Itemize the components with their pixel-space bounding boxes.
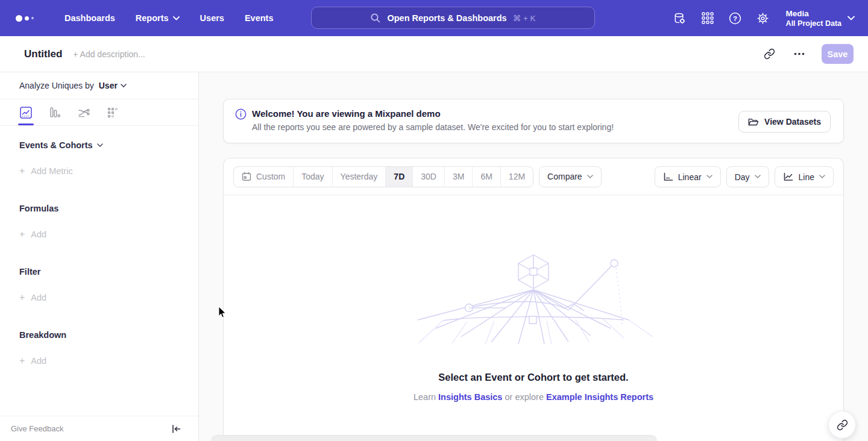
project-name: Media bbox=[786, 8, 841, 19]
section-formulas: Formulas bbox=[19, 204, 198, 213]
empty-chart-area: Select an Event or Cohort to get started… bbox=[224, 195, 843, 441]
collapse-sidebar-icon[interactable] bbox=[168, 421, 184, 437]
section-filter: Filter bbox=[19, 267, 198, 277]
tab-bar-chart-icon[interactable] bbox=[47, 99, 63, 125]
apps-grid-icon[interactable] bbox=[700, 11, 715, 25]
settings-gear-icon[interactable] bbox=[756, 11, 770, 25]
plus-icon: + bbox=[19, 166, 25, 176]
svg-text:?: ? bbox=[733, 14, 737, 22]
report-header: Untitled + Add description... Save bbox=[0, 36, 868, 72]
more-options-icon[interactable] bbox=[791, 46, 807, 62]
scale-selector[interactable]: Linear bbox=[655, 166, 721, 187]
nav-items: Dashboards Reports Users Events bbox=[54, 0, 283, 36]
date-range-segmented-control: Custom Today Yesterday 7D 30D 3M 6M 12M bbox=[233, 166, 533, 187]
search-icon bbox=[370, 13, 381, 23]
query-builder-sidebar: Analyze Uniques by User Events & Cohorts… bbox=[0, 72, 199, 441]
analyze-row: Analyze Uniques by User bbox=[0, 72, 198, 99]
nav-item-events[interactable]: Events bbox=[234, 0, 284, 36]
nav-item-users[interactable]: Users bbox=[190, 0, 234, 36]
range-30d-button[interactable]: 30D bbox=[412, 167, 444, 187]
help-icon[interactable]: ? bbox=[728, 11, 743, 25]
info-icon bbox=[235, 108, 247, 120]
global-search[interactable]: Open Reports & Dashboards ⌘ + K bbox=[311, 7, 595, 29]
plus-icon: + bbox=[19, 293, 25, 302]
view-datasets-button[interactable]: View Datasets bbox=[738, 111, 831, 133]
chevron-down-icon bbox=[848, 16, 855, 20]
empty-state-subtitle: Learn Insights Basics or explore Example… bbox=[224, 392, 843, 402]
chevron-down-icon bbox=[173, 16, 180, 20]
compare-button[interactable]: Compare bbox=[539, 166, 602, 187]
banner-body: All the reports you see are powered by a… bbox=[252, 122, 614, 132]
range-6m-button[interactable]: 6M bbox=[472, 167, 500, 187]
folder-icon bbox=[748, 117, 759, 127]
tab-metric-icon[interactable] bbox=[105, 99, 121, 125]
section-breakdown: Breakdown bbox=[19, 330, 198, 340]
add-formula-button[interactable]: + Add bbox=[19, 230, 198, 239]
top-nav: Dashboards Reports Users Events Open Rep… bbox=[0, 0, 868, 36]
example-insights-reports-link[interactable]: Example Insights Reports bbox=[546, 392, 653, 402]
main-content: Welcome! You are viewing a Mixpanel demo… bbox=[199, 72, 868, 441]
chevron-down-icon bbox=[587, 175, 593, 179]
empty-state-illustration bbox=[407, 252, 660, 346]
plus-icon: + bbox=[19, 356, 25, 366]
nav-item-reports[interactable]: Reports bbox=[125, 0, 190, 36]
analyze-prefix: Analyze Uniques by bbox=[19, 81, 94, 90]
data-management-icon[interactable] bbox=[673, 11, 687, 25]
chevron-down-icon bbox=[819, 175, 825, 179]
range-today-button[interactable]: Today bbox=[293, 167, 332, 187]
range-12m-button[interactable]: 12M bbox=[500, 167, 533, 187]
range-7d-button[interactable]: 7D bbox=[385, 167, 412, 187]
share-link-fab[interactable] bbox=[828, 411, 856, 439]
banner-title: Welcome! You are viewing a Mixpanel demo bbox=[252, 108, 441, 119]
analyze-unit-selector[interactable]: User bbox=[99, 81, 127, 90]
range-custom-button[interactable]: Custom bbox=[234, 167, 293, 187]
mixpanel-logo[interactable] bbox=[16, 15, 40, 22]
add-metric-button[interactable]: + Add Metric bbox=[19, 166, 198, 176]
give-feedback-link[interactable]: Give Feedback bbox=[11, 424, 63, 433]
axis-icon bbox=[663, 172, 673, 181]
tab-line-chart-icon[interactable] bbox=[18, 99, 34, 125]
save-button[interactable]: Save bbox=[822, 44, 854, 64]
chart-controls: Custom Today Yesterday 7D 30D 3M 6M 12M … bbox=[224, 158, 843, 195]
search-placeholder: Open Reports & Dashboards bbox=[387, 13, 506, 23]
section-events-cohorts[interactable]: Events & Cohorts bbox=[19, 140, 198, 150]
add-description-field[interactable]: + Add description... bbox=[73, 49, 145, 59]
add-filter-button[interactable]: + Add bbox=[19, 293, 198, 302]
welcome-banner: Welcome! You are viewing a Mixpanel demo… bbox=[223, 99, 844, 143]
add-breakdown-button[interactable]: + Add bbox=[19, 356, 198, 366]
interval-selector[interactable]: Day bbox=[726, 166, 769, 187]
chevron-down-icon bbox=[755, 175, 761, 179]
range-3m-button[interactable]: 3M bbox=[444, 167, 472, 187]
chevron-down-icon bbox=[706, 175, 712, 179]
line-chart-icon bbox=[783, 172, 794, 181]
insights-basics-link[interactable]: Insights Basics bbox=[438, 392, 502, 402]
calendar-icon bbox=[242, 172, 251, 181]
range-yesterday-button[interactable]: Yesterday bbox=[332, 167, 386, 187]
report-title[interactable]: Untitled bbox=[24, 48, 62, 60]
empty-state-title: Select an Event or Cohort to get started… bbox=[224, 372, 843, 383]
report-card: Custom Today Yesterday 7D 30D 3M 6M 12M … bbox=[223, 158, 844, 441]
nav-right: ? Media All Project Data bbox=[673, 0, 855, 36]
bottom-panel-peek[interactable] bbox=[211, 435, 657, 441]
project-switcher[interactable]: Media All Project Data bbox=[786, 8, 855, 28]
project-scope: All Project Data bbox=[786, 19, 841, 28]
chart-type-selector[interactable]: Line bbox=[775, 166, 834, 187]
visualization-tabs bbox=[0, 99, 198, 126]
plus-icon: + bbox=[19, 230, 25, 239]
copy-link-icon[interactable] bbox=[761, 46, 777, 62]
search-shortcut: ⌘ + K bbox=[513, 13, 536, 23]
tab-flow-icon[interactable] bbox=[76, 99, 92, 125]
nav-item-dashboards[interactable]: Dashboards bbox=[54, 0, 125, 36]
